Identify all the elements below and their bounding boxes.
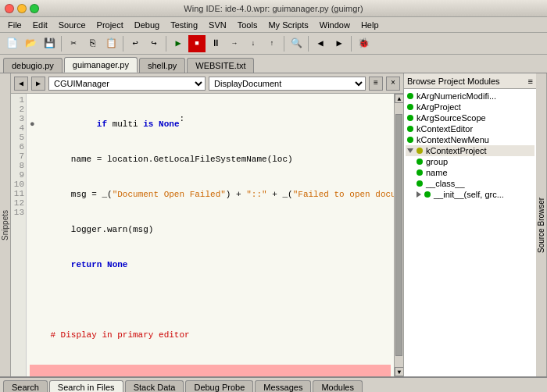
step-into-button[interactable]: ↓ bbox=[245, 35, 262, 52]
module-item-4[interactable]: kContextEditor bbox=[406, 123, 534, 134]
copy-button[interactable]: ⎘ bbox=[84, 35, 101, 52]
source-browser-label: Source Browser bbox=[537, 197, 545, 252]
browse-project-title: Browse Project Modules bbox=[407, 77, 500, 86]
tab-shell[interactable]: shell.py bbox=[139, 58, 185, 73]
menu-help[interactable]: Help bbox=[356, 19, 384, 31]
toolbar-sep-3 bbox=[166, 36, 166, 52]
code-line-8: ● – displayed_panel = multi.DisplayLocat… bbox=[30, 365, 391, 376]
bottom-section: Search Search in Files Stack Data Debug … bbox=[0, 376, 547, 392]
toolbar-sep-4 bbox=[284, 36, 284, 52]
tab-search-in-files[interactable]: Search in Files bbox=[49, 380, 123, 392]
step-out-button[interactable]: ↑ bbox=[263, 35, 281, 52]
module-item-10[interactable]: __init__(self, grc... bbox=[415, 189, 534, 200]
file-tabs: debugio.py guimanager.py shell.py WEBSIT… bbox=[0, 55, 547, 73]
status-dot bbox=[407, 137, 413, 143]
menu-edit[interactable]: Edit bbox=[28, 19, 52, 31]
module-item-1[interactable]: kArgNumericModifi... bbox=[406, 91, 534, 102]
status-dot bbox=[417, 159, 423, 165]
tab-website[interactable]: WEBSITE.txt bbox=[187, 58, 254, 73]
redo-button[interactable]: ↪ bbox=[145, 35, 163, 52]
toolbar-sep-5 bbox=[308, 36, 309, 52]
tab-guimanager[interactable]: guimanager.py bbox=[64, 57, 138, 73]
paste-button[interactable]: 📋 bbox=[102, 35, 120, 52]
back-button[interactable]: ◀ bbox=[312, 35, 329, 52]
menu-tools[interactable]: Tools bbox=[233, 19, 263, 31]
new-file-button[interactable]: 📄 bbox=[3, 35, 20, 52]
status-dot bbox=[407, 93, 413, 99]
module-item-9[interactable]: __class__ bbox=[415, 178, 534, 189]
cut-button[interactable]: ✂ bbox=[65, 35, 82, 52]
search-button[interactable]: 🔍 bbox=[288, 35, 305, 52]
menu-project[interactable]: Project bbox=[92, 19, 128, 31]
maximize-button[interactable] bbox=[30, 4, 39, 13]
run-button[interactable]: ▶ bbox=[170, 35, 187, 52]
code-line-1: ● if multi is None: bbox=[30, 119, 391, 130]
snippets-label: Snippets bbox=[1, 210, 9, 241]
scope-right-dropdown[interactable]: DisplayDocument bbox=[209, 77, 366, 91]
panel-options-button[interactable]: ≡ bbox=[528, 77, 533, 86]
status-dot bbox=[407, 115, 413, 121]
expand-icon bbox=[407, 148, 413, 153]
module-item-2[interactable]: kArgProject bbox=[406, 102, 534, 112]
window-title: Wing IDE: ide-4.0.wpr: guimanager.py (gu… bbox=[184, 4, 363, 13]
code-line-6 bbox=[30, 294, 391, 306]
code-line-2: name = location.GetLocalFileSystemName(l… bbox=[30, 154, 391, 166]
tab-search[interactable]: Search bbox=[3, 380, 48, 392]
menu-bar: File Edit Source Project Debug Testing S… bbox=[0, 17, 547, 33]
save-file-button[interactable]: 💾 bbox=[41, 35, 58, 52]
module-item-5[interactable]: kContextNewMenu bbox=[406, 134, 534, 145]
tab-debugio[interactable]: debugio.py bbox=[3, 58, 63, 73]
nav-fwd-button[interactable]: ▶ bbox=[31, 77, 45, 91]
menu-window[interactable]: Window bbox=[315, 19, 355, 31]
pause-button[interactable]: ⏸ bbox=[207, 35, 224, 52]
toolbar-sep-6 bbox=[351, 36, 352, 52]
scroll-thumb[interactable] bbox=[395, 114, 402, 356]
status-dot bbox=[407, 104, 413, 110]
editor-options-button[interactable]: ≡ bbox=[369, 77, 383, 91]
open-file-button[interactable]: 📂 bbox=[22, 35, 39, 52]
editor-close-button[interactable]: × bbox=[386, 77, 400, 91]
stop-button[interactable]: ■ bbox=[188, 35, 206, 52]
status-dot bbox=[417, 169, 423, 176]
status-dot bbox=[417, 180, 423, 187]
debug-icon[interactable]: 🐞 bbox=[355, 35, 372, 52]
menu-source[interactable]: Source bbox=[54, 19, 91, 31]
status-dot bbox=[417, 148, 423, 154]
menu-debug[interactable]: Debug bbox=[130, 19, 164, 31]
module-item-7[interactable]: group bbox=[415, 156, 534, 167]
module-item-3[interactable]: kArgSourceScope bbox=[406, 112, 534, 123]
close-button[interactable] bbox=[5, 4, 14, 13]
source-browser-sidebar: Source Browser bbox=[536, 73, 547, 376]
undo-button[interactable]: ↩ bbox=[127, 35, 144, 52]
title-bar: Wing IDE: ide-4.0.wpr: guimanager.py (gu… bbox=[0, 0, 547, 17]
tab-messages[interactable]: Messages bbox=[255, 380, 311, 392]
menu-myscripts[interactable]: My Scripts bbox=[263, 19, 313, 31]
editor-header: ◀ ▶ CGUIManager DisplayDocument ≡ × bbox=[11, 73, 403, 94]
code-content[interactable]: ● if multi is None: name = location.GetL… bbox=[27, 94, 394, 376]
step-over-button[interactable]: → bbox=[226, 35, 243, 52]
browse-project-header: Browse Project Modules ≡ bbox=[404, 73, 536, 89]
scroll-up-button[interactable]: ▲ bbox=[395, 94, 403, 103]
code-area[interactable]: 12345 678910 111213 ● if multi is None: … bbox=[11, 94, 403, 376]
window-controls[interactable] bbox=[5, 4, 39, 13]
expand-icon bbox=[417, 191, 421, 198]
scope-left-dropdown[interactable]: CGUIManager bbox=[48, 77, 206, 91]
menu-svn[interactable]: SVN bbox=[204, 19, 231, 31]
code-line-5: return None bbox=[30, 259, 391, 271]
editor-scrollbar[interactable]: ▲ ▼ bbox=[394, 94, 403, 376]
bottom-tabs-bar: Search Search in Files Stack Data Debug … bbox=[0, 378, 547, 392]
line-numbers: 12345 678910 111213 bbox=[11, 94, 27, 376]
minimize-button[interactable] bbox=[17, 4, 27, 13]
menu-file[interactable]: File bbox=[3, 19, 27, 31]
tab-modules[interactable]: Modules bbox=[313, 380, 363, 392]
tab-debug-probe[interactable]: Debug Probe bbox=[185, 380, 253, 392]
menu-testing[interactable]: Testing bbox=[166, 19, 202, 31]
nav-back-button[interactable]: ◀ bbox=[14, 77, 28, 91]
right-panel: Browse Project Modules ≡ kArgNumericModi… bbox=[403, 73, 536, 376]
tab-stack-data[interactable]: Stack Data bbox=[125, 380, 184, 392]
scroll-down-button[interactable]: ▼ bbox=[395, 367, 403, 376]
forward-button[interactable]: ▶ bbox=[331, 35, 348, 52]
code-line-4: logger.warn(msg) bbox=[30, 224, 391, 236]
module-item-6[interactable]: kContextProject bbox=[406, 145, 534, 156]
module-item-8[interactable]: name bbox=[415, 167, 534, 178]
